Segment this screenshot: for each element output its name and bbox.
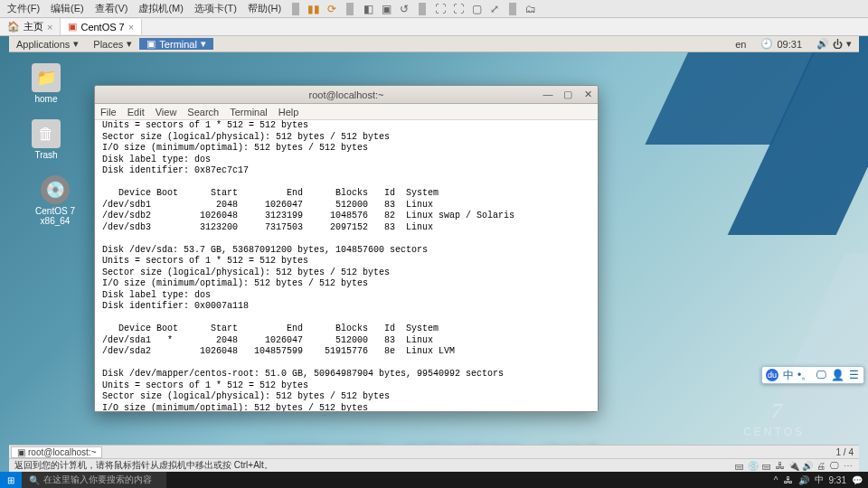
restart-icon[interactable]: ⟳ (325, 2, 339, 16)
close-icon[interactable]: × (128, 22, 134, 33)
vm-device-tray: 🖴 💿 🖴 🖧 🔌 🔊 🖨 🖵 ⋯ (734, 460, 854, 471)
gnome-bottom-panel: ▣ root@localhost:~ 1 / 4 (9, 445, 859, 458)
windows-taskbar: ⊞ 🔍 在这里输入你要搜索的内容 ^ 🖧 🔊 中 9:31 💬 (0, 472, 868, 488)
search-placeholder: 在这里输入你要搜索的内容 (43, 474, 152, 486)
library-icon[interactable]: 🗂 (524, 2, 538, 16)
vm-menu-vm[interactable]: 虚拟机(M) (135, 2, 187, 15)
tray-clock[interactable]: 9:31 (829, 475, 846, 485)
vm-menu-file[interactable]: 文件(F) (4, 2, 43, 15)
close-icon[interactable]: × (47, 22, 52, 33)
icon-label: Trash (24, 150, 69, 160)
term-menu-help[interactable]: Help (278, 107, 299, 117)
term-menu-edit[interactable]: Edit (127, 107, 145, 117)
display-icon[interactable]: 🖵 (829, 460, 840, 471)
snapshot-icon[interactable]: ◧ (361, 2, 375, 16)
terminal-menubar: File Edit View Search Terminal Help (95, 104, 598, 120)
baidu-icon[interactable]: du (766, 369, 778, 381)
folder-icon: 📁 (32, 63, 61, 92)
vm-host-menubar: 文件(F) 编辑(E) 查看(V) 虚拟机(M) 选项卡(T) 帮助(H) ▮▮… (0, 0, 868, 18)
cd-icon[interactable]: 💿 (748, 460, 759, 471)
close-icon[interactable]: ✕ (581, 89, 594, 100)
vm-menu-edit[interactable]: 编辑(E) (47, 2, 88, 15)
vm-host-statusbar: 返回到您的计算机，请将鼠标指针从虚拟机中移出或按 Ctrl+Alt。 🖴 💿 🖴… (9, 458, 859, 472)
tray-notif-icon[interactable]: 💬 (852, 475, 863, 485)
pause-icon[interactable]: ▮▮ (307, 2, 321, 16)
terminal-titlebar[interactable]: root@localhost:~ — ▢ ✕ (95, 86, 598, 104)
clock[interactable]: 🕘 09:31 (753, 38, 809, 50)
trash-icon: 🗑 (32, 119, 61, 148)
places-menu[interactable]: Places▾ (86, 38, 139, 50)
calendar-icon: 🕘 (760, 38, 773, 50)
input-method-badge[interactable]: du 中 •。 🖵 👤 ☰ (761, 366, 864, 384)
sound-icon[interactable]: 🔊 (802, 460, 813, 471)
maximize-icon[interactable]: ▢ (561, 89, 574, 100)
chevron-down-icon: ▾ (73, 38, 79, 50)
fullscreen-icon[interactable]: ⛶ (451, 2, 466, 16)
centos-brand-text: CENTOS (743, 426, 805, 438)
search-icon: 🔍 (29, 475, 40, 485)
terminal-window[interactable]: root@localhost:~ — ▢ ✕ File Edit View Se… (94, 85, 599, 412)
term-menu-view[interactable]: View (156, 107, 177, 117)
revert-icon[interactable]: ↺ (397, 2, 411, 16)
vm-icon: ▣ (68, 21, 77, 33)
system-tray: ^ 🖧 🔊 中 9:31 💬 (769, 474, 868, 486)
hdd-icon[interactable]: 🖴 (761, 460, 772, 471)
terminal-icon: ▣ (17, 447, 25, 457)
kb-menu-icon[interactable]: ☰ (847, 369, 860, 381)
term-menu-terminal[interactable]: Terminal (230, 107, 268, 117)
start-button[interactable]: ⊞ (0, 472, 22, 488)
unity-icon[interactable]: ▢ (469, 2, 484, 16)
desktop-icon-disc[interactable]: 💿 CentOS 7 x86_64 (24, 175, 87, 226)
net-icon[interactable]: 🖧 (775, 460, 786, 471)
desktop-icon-trash[interactable]: 🗑 Trash (24, 119, 69, 160)
icon-label: home (24, 94, 69, 104)
stretch-icon[interactable]: ⤢ (487, 2, 502, 16)
home-icon: 🏠 (7, 21, 20, 33)
kb-person-icon[interactable]: 👤 (831, 369, 844, 381)
vm-tab-bar: 🏠 主页 × ▣ CentOS 7 × (0, 18, 868, 36)
vm-tab-centos[interactable]: ▣ CentOS 7 × (61, 19, 142, 34)
fit-icon[interactable]: ⛶ (433, 2, 448, 16)
dots-icon[interactable]: ⋯ (843, 460, 854, 471)
input-lang[interactable]: en (728, 39, 753, 50)
vm-menu-tabs[interactable]: 选项卡(T) (191, 2, 241, 15)
tray-ime-icon[interactable]: 中 (815, 474, 824, 486)
term-menu-file[interactable]: File (100, 107, 117, 117)
kb-punct-icon[interactable]: •。 (798, 369, 811, 381)
hdd-icon[interactable]: 🖴 (734, 460, 745, 471)
printer-icon[interactable]: 🖨 (816, 460, 826, 471)
terminal-body[interactable]: Units = sectors of 1 * 512 = 512 bytes S… (95, 120, 598, 411)
tray-net-icon[interactable]: 🖧 (784, 475, 793, 485)
chevron-down-icon: ▾ (127, 38, 132, 50)
desktop-icon-home[interactable]: 📁 home (24, 63, 69, 104)
vm-tab-home[interactable]: 🏠 主页 × (0, 18, 61, 35)
applications-menu[interactable]: Applications▾ (9, 38, 86, 50)
tray-vol-icon[interactable]: 🔊 (798, 475, 809, 485)
snapshot-manage-icon[interactable]: ▣ (379, 2, 393, 16)
taskbar-terminal[interactable]: ▣ root@localhost:~ (11, 446, 102, 458)
chevron-down-icon: ▾ (201, 38, 206, 50)
term-menu-search[interactable]: Search (187, 107, 219, 117)
vm-menu-help[interactable]: 帮助(H) (244, 2, 285, 15)
icon-label: CentOS 7 x86_64 (24, 206, 87, 226)
workspace-indicator[interactable]: 1 / 4 (831, 447, 859, 457)
kb-screen-icon[interactable]: 🖵 (815, 369, 827, 381)
minimize-icon[interactable]: — (542, 89, 554, 100)
vm-menu-view[interactable]: 查看(V) (91, 2, 132, 15)
tray-up-icon[interactable]: ^ (774, 475, 778, 485)
vm-hint-text: 返回到您的计算机，请将鼠标指针从虚拟机中移出或按 Ctrl+Alt。 (14, 459, 273, 472)
vm-tab-label: CentOS 7 (80, 22, 124, 33)
disc-icon: 💿 (41, 175, 70, 204)
terminal-icon: ▣ (146, 38, 156, 50)
system-menu[interactable]: 🔊 ⏻ ▾ (809, 38, 859, 50)
centos-seven-logo: 7 (771, 399, 782, 423)
kb-cn-icon[interactable]: 中 (782, 369, 795, 381)
search-input[interactable]: 🔍 在这里输入你要搜索的内容 (22, 472, 166, 488)
task-label: root@localhost:~ (28, 447, 96, 457)
vm-tab-label: 主页 (24, 20, 43, 33)
chevron-down-icon: ▾ (846, 38, 852, 50)
terminal-taskbar-item[interactable]: ▣ Terminal▾ (139, 38, 213, 50)
volume-icon: 🔊 (816, 38, 829, 50)
usb-icon[interactable]: 🔌 (788, 460, 799, 471)
gnome-top-panel: Applications▾ Places▾ ▣ Terminal▾ en 🕘 0… (9, 36, 859, 52)
